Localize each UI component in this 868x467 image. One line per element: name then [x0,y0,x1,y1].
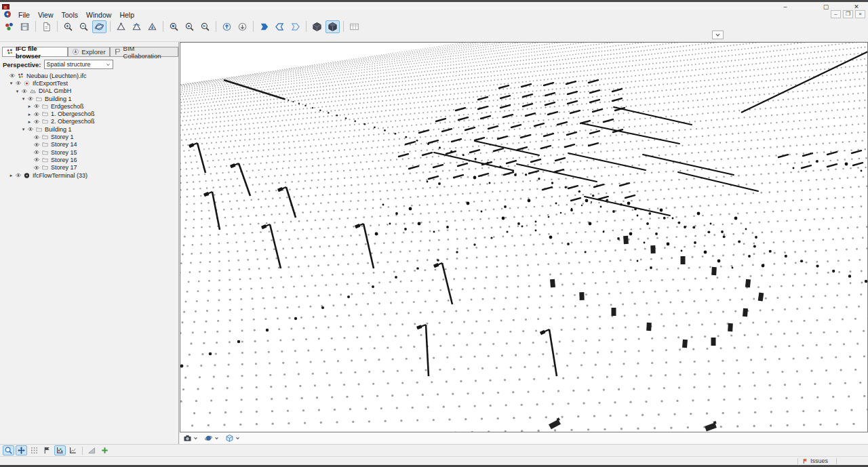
tree-expand-toggle[interactable]: ▸ [26,111,33,117]
visibility-eye-icon[interactable] [33,119,41,125]
menu-item-window[interactable]: Window [82,11,115,19]
tree-item[interactable]: ▾Building 1 [0,95,178,102]
visibility-eye-icon[interactable] [20,88,28,94]
status-bar: Issues [0,456,868,465]
visibility-eye-icon[interactable] [8,73,16,79]
orbit-button[interactable] [92,20,106,33]
tree-item[interactable]: Storey 1 [0,133,178,140]
menu-item-file[interactable]: File [14,11,34,19]
viewport-canvas[interactable] [180,43,867,432]
nav-right-button[interactable] [288,20,302,33]
perspective-select[interactable]: Spatial structure [44,60,113,69]
zoom-window-button[interactable] [61,20,75,33]
tree-expand-toggle[interactable]: ▸ [8,172,14,178]
prism-move-icon [147,22,157,32]
tab-label: BIM Collaboration [123,45,174,60]
new-document-button[interactable] [39,20,54,33]
visibility-eye-icon[interactable] [26,96,35,102]
tree-item[interactable]: ▸2. Obergeschoß [0,118,178,125]
open-file-button[interactable] [2,20,16,33]
view-cube-shaded-button[interactable] [326,20,340,33]
menu-item-help[interactable]: Help [115,11,138,19]
cube-mini-button[interactable] [225,434,240,443]
tree-item[interactable]: Neubau (Leuchten).ifc [0,72,178,79]
tree-item[interactable]: ▾IfcExportTest [0,79,178,87]
zoom-window-icon [63,22,73,32]
folder-icon [41,118,49,125]
tree-item[interactable]: ▸IfcFlowTerminal (33) [0,171,178,179]
tree-expand-toggle[interactable]: ▸ [26,103,33,109]
tree-expand-toggle[interactable]: ▾ [20,96,26,102]
tree-item[interactable]: ▸1. Obergeschoß [0,110,178,117]
visibility-eye-icon[interactable] [26,126,35,132]
pan-tool-button[interactable] [16,445,27,455]
dropdown-caret-icon[interactable] [214,436,219,441]
zoom-previous-button[interactable] [198,20,212,33]
dropdown-caret-icon[interactable] [235,436,240,441]
isolines-button[interactable] [54,445,66,455]
nav-left-button[interactable] [273,20,287,33]
visibility-eye-icon[interactable] [33,142,41,148]
camera-view-button[interactable] [183,434,198,443]
grid-points-button[interactable] [28,445,40,455]
mdi-minimize-button[interactable]: – [831,10,841,18]
visibility-eye-icon[interactable] [14,80,22,86]
issues-panel-button[interactable]: Issues [802,458,828,464]
tree-expand-toggle[interactable]: ▸ [26,119,33,125]
nav-forward-button[interactable] [257,20,271,33]
visibility-eye-icon[interactable] [33,134,41,140]
tree-item[interactable]: ▾Building 1 [0,125,178,133]
dropdown-caret-icon[interactable] [193,436,198,441]
visibility-eye-icon[interactable] [33,157,41,163]
eye-icon [33,111,41,117]
tab-explorer[interactable]: Explorer [68,47,109,57]
zoom-tool-button[interactable] [3,445,14,455]
ramp-button[interactable] [86,445,98,455]
prism-select-button[interactable] [114,20,128,33]
tree-expand-toggle[interactable]: ▾ [8,80,14,86]
isolines-icon [56,446,64,455]
zoom-region-button[interactable] [167,20,181,33]
prism-rotate-button[interactable] [130,20,144,33]
visibility-eye-icon[interactable] [33,165,41,171]
measure-table-button[interactable] [347,20,361,33]
tab-ifc-file-browser[interactable]: IFC file browser [2,47,68,57]
eye-icon [14,172,22,178]
tab-bim-collaboration[interactable]: BIM Collaboration [110,47,178,57]
tree-item[interactable]: Storey 16 [0,156,178,163]
tree-item-label: IfcFlowTerminal (33) [33,172,87,179]
flag-tool-button[interactable] [41,445,53,455]
export-model-button[interactable] [235,20,250,33]
mdi-restore-button[interactable]: ❐ [843,10,853,18]
mdi-close-button[interactable]: × [855,10,865,18]
menu-item-tools[interactable]: Tools [58,11,83,19]
add-point-button[interactable] [99,445,111,455]
zoom-dynamic-button[interactable] [77,20,91,33]
tree-item[interactable]: Storey 17 [0,164,178,171]
save-scene-button[interactable] [18,20,32,33]
view-cube-button[interactable] [310,20,324,33]
zoom-extents-button[interactable] [182,20,197,33]
tree-expand-toggle[interactable]: ▾ [14,88,20,94]
tree-item[interactable]: ▸Erdgeschoß [0,102,178,110]
tree-item[interactable]: Storey 15 [0,148,178,156]
visibility-eye-icon[interactable] [33,111,41,117]
tree-expand-toggle[interactable]: ▾ [20,126,26,132]
toolbar-separator [35,21,36,32]
menu-item-view[interactable]: View [34,11,58,19]
visibility-eye-icon[interactable] [33,149,41,155]
toolbar-overflow-button[interactable] [712,31,724,39]
compass-icon [72,48,79,56]
orbit-mini-button[interactable] [204,434,219,443]
tree-item[interactable]: Storey 14 [0,141,178,148]
visibility-eye-icon[interactable] [14,172,22,178]
value-chart-button[interactable] [67,445,79,455]
main-toolbar [0,19,868,34]
prism-select-icon [116,22,126,32]
visibility-eye-icon[interactable] [33,103,41,109]
prism-move-button[interactable] [145,20,159,33]
import-model-button[interactable] [220,20,234,33]
tree-item[interactable]: ▾DIAL GmbH [0,87,178,95]
secondary-toolbar-strip [0,34,868,42]
viewport-3d[interactable] [180,42,868,432]
